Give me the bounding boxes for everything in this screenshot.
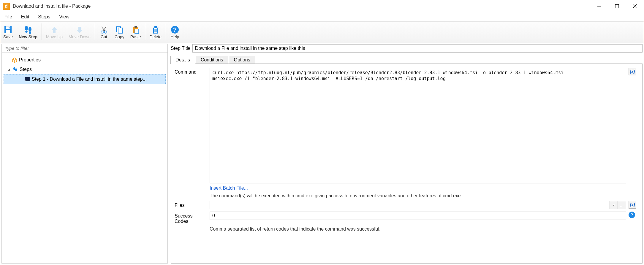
maximize-button[interactable] <box>608 0 626 12</box>
separator <box>42 23 42 40</box>
content-area: Properties ◢ Steps Step 1 - Download a F… <box>0 42 644 265</box>
command-area: Insert Batch File... <box>210 68 626 191</box>
copy-icon <box>115 25 124 34</box>
window-controls <box>590 0 644 12</box>
tab-conditions[interactable]: Conditions <box>196 56 228 64</box>
minimize-button[interactable] <box>590 0 608 12</box>
svg-rect-7 <box>9 27 10 28</box>
right-panel: Step Title Details Conditions Options Co… <box>168 44 643 264</box>
toolbar-paste-label: Paste <box>130 34 141 39</box>
toolbar-cut[interactable]: Cut <box>96 22 112 42</box>
toolbar-save-label: Save <box>3 34 13 39</box>
toolbar-help-label: Help <box>171 34 179 39</box>
tree-properties[interactable]: Properties <box>4 55 166 65</box>
svg-rect-17 <box>118 28 122 33</box>
files-input[interactable] <box>210 201 610 209</box>
filter-input[interactable] <box>2 44 167 53</box>
trash-icon <box>151 25 160 34</box>
toolbar-paste[interactable]: Paste <box>127 22 144 42</box>
command-prompt-icon <box>25 77 30 81</box>
question-icon: ? <box>631 212 633 217</box>
footprints-icon <box>23 25 33 34</box>
help-icon: ? <box>170 25 179 34</box>
menu-steps[interactable]: Steps <box>37 13 51 20</box>
maximize-icon <box>615 4 619 8</box>
tab-strip: Details Conditions Options <box>170 55 643 64</box>
toolbar: Save New Step Move Up Move Down Cu <box>0 22 644 42</box>
tree-view: Properties ◢ Steps Step 1 - Download a F… <box>2 53 167 263</box>
svg-point-30 <box>15 69 17 71</box>
files-browse-button[interactable]: ... <box>618 201 626 209</box>
tree-steps[interactable]: ◢ Steps <box>4 65 166 74</box>
success-codes-input[interactable] <box>210 212 626 220</box>
window-title: Downlaod and install a file - Package <box>13 4 91 9</box>
command-helper-text: The command(s) will be executed within c… <box>210 193 639 199</box>
separator <box>95 23 95 40</box>
toolbar-new-step[interactable]: New Step <box>16 22 40 42</box>
svg-point-29 <box>13 67 15 70</box>
menu-file[interactable]: File <box>3 13 13 20</box>
tab-details[interactable]: Details <box>170 56 195 64</box>
toolbar-help[interactable]: ? Help <box>167 22 183 42</box>
tree-steps-label: Steps <box>20 65 32 74</box>
success-help-button[interactable]: ? <box>629 212 635 218</box>
tree-step-1-label: Step 1 - Download a File and install in … <box>32 75 147 83</box>
toolbar-save[interactable]: Save <box>0 22 16 42</box>
scissors-icon <box>100 25 108 34</box>
toolbar-newstep-label: New Step <box>19 34 37 39</box>
command-textarea[interactable] <box>210 68 626 183</box>
step-title-row: Step Title <box>171 44 643 53</box>
tree-step-1[interactable]: Step 1 - Download a File and install in … <box>4 74 166 84</box>
close-button[interactable] <box>626 0 644 12</box>
toolbar-move-up: Move Up <box>43 22 66 42</box>
tab-panel: Command Insert Batch File... {x} The com… <box>171 64 643 264</box>
toolbar-delete[interactable]: Delete <box>146 22 164 42</box>
toolbar-delete-label: Delete <box>149 34 161 39</box>
files-dropdown-button[interactable]: ▾ <box>610 201 618 209</box>
insert-batch-link[interactable]: Insert Batch File... <box>210 185 248 191</box>
expander-icon[interactable]: ◢ <box>7 68 11 71</box>
title-bar: Downlaod and install a file - Package <box>0 0 644 12</box>
svg-rect-1 <box>615 4 619 8</box>
svg-text:?: ? <box>173 26 177 33</box>
toolbar-movedown-label: Move Down <box>69 34 91 39</box>
toolbar-cut-label: Cut <box>101 34 107 39</box>
save-icon <box>4 25 12 34</box>
close-icon <box>633 4 637 8</box>
box-icon <box>12 57 17 63</box>
app-icon <box>3 3 10 10</box>
svg-point-9 <box>25 31 28 33</box>
svg-rect-20 <box>135 29 139 34</box>
menu-view[interactable]: View <box>58 13 70 20</box>
success-helper-text: Comma separated list of return codes tha… <box>210 226 639 232</box>
separator <box>166 23 166 40</box>
svg-point-10 <box>29 27 31 32</box>
toolbar-copy-label: Copy <box>115 34 124 39</box>
step-title-label: Step Title <box>171 46 191 51</box>
svg-rect-23 <box>155 26 156 28</box>
toolbar-moveup-label: Move Up <box>46 34 63 39</box>
chevron-down-icon: ▾ <box>613 204 615 207</box>
success-codes-label: Success Codes <box>175 212 207 224</box>
variable-button-files[interactable]: {x} <box>629 201 636 209</box>
separator <box>145 23 145 40</box>
step-title-input[interactable] <box>192 44 643 53</box>
arrow-up-icon <box>50 25 58 34</box>
menu-edit[interactable]: Edit <box>20 13 31 20</box>
svg-point-8 <box>25 26 28 31</box>
minimize-icon <box>597 4 601 8</box>
tree-properties-label: Properties <box>19 56 41 64</box>
files-field: ▾ ... <box>210 201 626 209</box>
svg-rect-6 <box>6 30 10 33</box>
footprints-small-icon <box>12 67 18 72</box>
variable-button-command[interactable]: {x} <box>629 68 636 75</box>
tab-options[interactable]: Options <box>229 56 255 64</box>
arrow-down-icon <box>75 25 84 34</box>
command-label: Command <box>175 68 207 75</box>
toolbar-move-down: Move Down <box>66 22 94 42</box>
svg-rect-5 <box>6 26 10 29</box>
menu-bar: File Edit Steps View <box>0 12 644 22</box>
toolbar-copy[interactable]: Copy <box>112 22 127 42</box>
clipboard-icon <box>132 25 140 34</box>
filter-box <box>2 44 167 53</box>
